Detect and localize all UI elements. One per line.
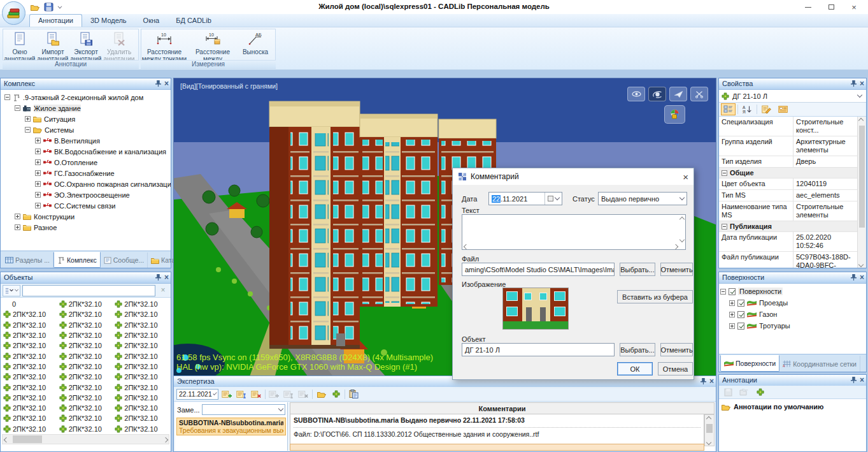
tree-item[interactable]: .9-этажный 2-секционный жилой дом (2, 92, 171, 103)
pin-icon[interactable] (155, 80, 161, 87)
property-value[interactable]: Архитектурные элементы (793, 136, 857, 156)
object-item[interactable]: 2ПК*32.10 (2, 372, 58, 382)
object-item[interactable]: 2ПК*32.10 (2, 413, 58, 423)
property-row[interactable]: Наименование типа MSСтроительные элемент… (719, 201, 857, 221)
expand-icon[interactable] (729, 323, 735, 329)
add-annotation-button[interactable] (753, 386, 767, 398)
property-row[interactable]: Цвет объекта12040119 (719, 179, 857, 190)
property-value[interactable]: aec_elements (793, 190, 857, 201)
object-item[interactable]: 2ПК*32.10 (2, 403, 58, 413)
objects-horizontal-scrollbar[interactable] (2, 434, 169, 444)
comments-scrollbar[interactable] (704, 414, 715, 446)
property-row[interactable]: Тип изделияДверь (719, 156, 857, 168)
expertise-date-combobox[interactable]: 22.11.2021 (176, 389, 218, 400)
close-window-button[interactable]: × (843, 0, 865, 14)
object-item[interactable]: 2ПК*32.10 (113, 340, 169, 351)
add-object-button[interactable] (329, 388, 343, 400)
object-item[interactable]: 2ПК*32.10 (2, 320, 58, 330)
tree-item[interactable]: ГС.Газоснабжение (2, 168, 171, 179)
object-item[interactable]: 2ПК*32.10 (58, 330, 114, 340)
object-item[interactable]: 2ПК*32.10 (58, 361, 114, 372)
edit-note-button[interactable] (759, 103, 774, 115)
cancel-button[interactable]: Отмена (658, 362, 693, 375)
ribbon-tab-db-cadlib[interactable]: БД CADLib (167, 14, 220, 27)
annotations-panel-header[interactable]: Аннотации (719, 375, 866, 386)
expand-icon[interactable] (25, 116, 31, 122)
object-item[interactable]: 2ПК*32.10 (113, 382, 169, 392)
paste-from-clipboard-button[interactable]: Вставить из буфера (617, 290, 693, 303)
properties-panel-header[interactable]: Свойства (719, 78, 866, 90)
dock-tab-messages[interactable]: Сообще... (101, 252, 148, 268)
categorized-button[interactable] (721, 103, 736, 115)
fly-button[interactable] (669, 87, 687, 101)
expand-icon[interactable] (729, 300, 735, 306)
object-item[interactable]: 2ПК*32.10 (113, 413, 169, 423)
object-item[interactable]: 2ПК*32.10 (113, 351, 169, 361)
close-icon[interactable] (860, 377, 864, 383)
tree-item[interactable]: Тротуары (720, 320, 865, 332)
expand-icon[interactable] (35, 203, 41, 208)
open-file-icon[interactable] (31, 4, 39, 11)
property-pages-button[interactable] (776, 103, 790, 115)
application-menu-button[interactable] (2, 1, 25, 25)
clear-filter-icon[interactable]: × (157, 285, 169, 296)
save-icon[interactable] (44, 3, 53, 11)
ribbon-tab-annotations[interactable]: Аннотации (29, 14, 82, 27)
expand-icon[interactable] (15, 224, 20, 230)
render-settings-button[interactable] (664, 105, 685, 124)
tree-item[interactable]: Разное (2, 222, 171, 233)
complex-panel-header[interactable]: Комплекс (1, 78, 171, 90)
collapse-icon[interactable] (722, 224, 727, 230)
title-bar[interactable]: Жилой дом (local)\sqlexpress01 - CADLib … (0, 0, 868, 14)
comment-text-area[interactable] (462, 214, 686, 250)
checkbox-checked[interactable] (729, 288, 736, 295)
tree-item[interactable]: Системы (2, 124, 171, 135)
annotations-root-item[interactable]: Аннотации по умолчанию (722, 403, 864, 411)
delete-remark-button[interactable] (250, 388, 263, 400)
paste-button[interactable] (347, 388, 360, 400)
pin-icon[interactable] (851, 274, 857, 281)
object-selector-combobox[interactable]: ДГ 21-10 Л (719, 90, 866, 103)
ok-button[interactable]: ОК (617, 362, 653, 375)
scroll-left-icon[interactable] (4, 437, 8, 442)
property-row[interactable]: Группа изделийАрхитектурные элементы (719, 136, 857, 156)
object-item[interactable]: 2ПК*32.10 (113, 320, 169, 330)
close-icon[interactable] (860, 80, 864, 87)
property-value[interactable]: Строительные конст... (793, 117, 857, 136)
import-annotations-button[interactable]: Импортаннотаций (36, 31, 69, 61)
next-comment-row[interactable] (290, 444, 704, 451)
collapse-icon[interactable] (4, 94, 10, 100)
ribbon-tab-model-3d[interactable]: 3D Модель (82, 14, 135, 27)
add-remark-button[interactable] (220, 388, 234, 400)
object-item[interactable]: 2ПК*32.10 (113, 403, 169, 413)
object-item[interactable]: 2ПК*32.10 (113, 330, 169, 340)
object-item[interactable]: 2ПК*32.10 (113, 372, 169, 382)
expand-icon[interactable] (15, 214, 20, 219)
pin-icon[interactable] (851, 80, 857, 87)
tree-item[interactable]: Проезды (720, 297, 865, 309)
object-item[interactable]: 2ПК*32.10 (58, 299, 114, 309)
object-item[interactable]: 2ПК*32.10 (58, 382, 114, 392)
checkbox-checked[interactable] (737, 311, 744, 318)
scroll-right-icon[interactable] (163, 437, 167, 442)
object-item[interactable]: 2ПК*32.10 (113, 309, 169, 319)
scroll-left-icon[interactable] (464, 244, 468, 249)
collapse-icon[interactable] (722, 170, 727, 176)
collapse-icon[interactable] (25, 127, 31, 133)
selected-remark-item[interactable]: SUBBOTINA-NB\subbotina.maria ... Требова… (176, 418, 286, 435)
objects-filter-input[interactable] (22, 285, 155, 296)
expand-icon[interactable] (35, 181, 41, 187)
section-button[interactable] (690, 87, 708, 101)
close-icon[interactable] (709, 378, 714, 384)
property-row[interactable]: Тип MSaec_elements (719, 190, 857, 201)
minimize-button[interactable] (797, 0, 820, 14)
expand-icon[interactable] (35, 170, 41, 176)
property-category[interactable]: Публикация (719, 221, 857, 232)
choose-object-button[interactable]: Выбрать... (620, 343, 655, 356)
tree-item[interactable]: Ситуация (2, 113, 171, 124)
eye-button[interactable] (627, 87, 645, 101)
property-row[interactable]: СпециализацияСтроительные конст... (719, 117, 857, 136)
close-icon[interactable]: × (683, 172, 688, 182)
leader-button[interactable]: АБВыноска (238, 31, 273, 61)
property-value[interactable]: Строительные элементы (793, 201, 857, 221)
